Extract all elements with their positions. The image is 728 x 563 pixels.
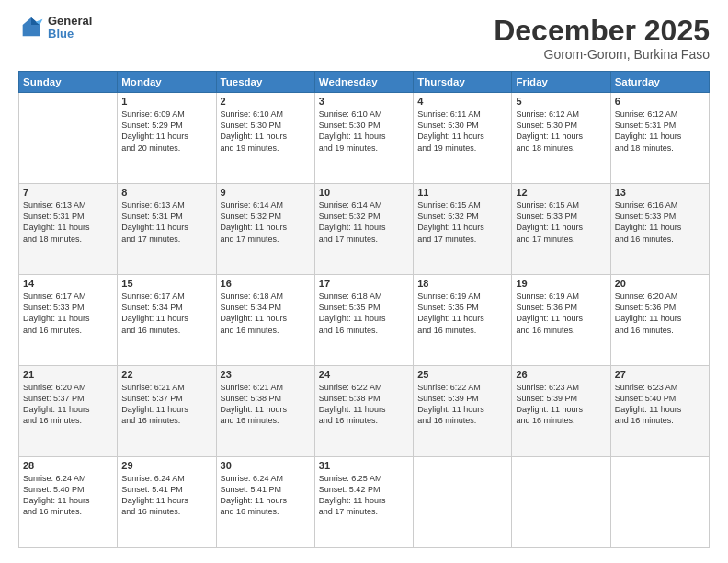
day-info: Sunrise: 6:16 AMSunset: 5:33 PMDaylight:… [615,200,705,245]
calendar-cell: 14Sunrise: 6:17 AMSunset: 5:33 PMDayligh… [19,275,118,366]
calendar-cell: 3Sunrise: 6:10 AMSunset: 5:30 PMDaylight… [314,93,413,184]
day-info: Sunrise: 6:11 AMSunset: 5:30 PMDaylight:… [417,109,507,154]
logo: General Blue [18,15,92,41]
logo-text: General Blue [48,15,92,41]
day-number: 6 [615,96,705,107]
col-saturday: Saturday [610,72,709,93]
calendar-header-row: Sunday Monday Tuesday Wednesday Thursday… [19,72,710,93]
calendar-cell: 10Sunrise: 6:14 AMSunset: 5:32 PMDayligh… [314,184,413,275]
day-number: 22 [121,369,211,380]
calendar-cell: 17Sunrise: 6:18 AMSunset: 5:35 PMDayligh… [314,275,413,366]
day-number: 12 [516,187,606,198]
day-info: Sunrise: 6:10 AMSunset: 5:30 PMDaylight:… [221,109,311,154]
calendar-cell: 27Sunrise: 6:23 AMSunset: 5:40 PMDayligh… [610,366,709,457]
day-info: Sunrise: 6:19 AMSunset: 5:35 PMDaylight:… [417,291,507,336]
location-subtitle: Gorom-Gorom, Burkina Faso [494,47,710,62]
logo-general: General [48,15,92,28]
col-wednesday: Wednesday [314,72,413,93]
day-info: Sunrise: 6:21 AMSunset: 5:37 PMDaylight:… [121,382,211,427]
calendar-cell [512,457,610,548]
day-info: Sunrise: 6:22 AMSunset: 5:38 PMDaylight:… [319,382,409,427]
day-info: Sunrise: 6:17 AMSunset: 5:34 PMDaylight:… [121,291,211,336]
day-number: 13 [615,187,705,198]
day-info: Sunrise: 6:12 AMSunset: 5:30 PMDaylight:… [516,109,606,154]
calendar-cell: 21Sunrise: 6:20 AMSunset: 5:37 PMDayligh… [19,366,118,457]
day-number: 14 [23,278,113,289]
day-info: Sunrise: 6:24 AMSunset: 5:41 PMDaylight:… [121,473,211,518]
calendar-cell: 2Sunrise: 6:10 AMSunset: 5:30 PMDaylight… [216,93,314,184]
day-info: Sunrise: 6:15 AMSunset: 5:32 PMDaylight:… [417,200,507,245]
calendar-week-2: 7Sunrise: 6:13 AMSunset: 5:31 PMDaylight… [19,184,710,275]
calendar-week-1: 1Sunrise: 6:09 AMSunset: 5:29 PMDaylight… [19,93,710,184]
calendar-cell: 18Sunrise: 6:19 AMSunset: 5:35 PMDayligh… [414,275,512,366]
col-friday: Friday [512,72,610,93]
calendar-week-5: 28Sunrise: 6:24 AMSunset: 5:40 PMDayligh… [19,457,710,548]
calendar-cell: 1Sunrise: 6:09 AMSunset: 5:29 PMDaylight… [118,93,216,184]
day-number: 27 [615,369,705,380]
day-number: 21 [23,369,113,380]
day-number: 29 [121,460,211,471]
day-number: 26 [516,369,606,380]
day-number: 16 [221,278,311,289]
day-info: Sunrise: 6:15 AMSunset: 5:33 PMDaylight:… [516,200,606,245]
calendar-cell: 19Sunrise: 6:19 AMSunset: 5:36 PMDayligh… [512,275,610,366]
calendar-cell: 31Sunrise: 6:25 AMSunset: 5:42 PMDayligh… [314,457,413,548]
day-info: Sunrise: 6:18 AMSunset: 5:34 PMDaylight:… [221,291,311,336]
calendar-cell [414,457,512,548]
logo-blue: Blue [48,28,92,40]
day-info: Sunrise: 6:13 AMSunset: 5:31 PMDaylight:… [121,200,211,245]
day-info: Sunrise: 6:09 AMSunset: 5:29 PMDaylight:… [121,109,211,154]
calendar-cell: 12Sunrise: 6:15 AMSunset: 5:33 PMDayligh… [512,184,610,275]
calendar-cell: 6Sunrise: 6:12 AMSunset: 5:31 PMDaylight… [610,93,709,184]
calendar-cell: 29Sunrise: 6:24 AMSunset: 5:41 PMDayligh… [118,457,216,548]
day-number: 24 [319,369,409,380]
calendar-cell: 5Sunrise: 6:12 AMSunset: 5:30 PMDaylight… [512,93,610,184]
col-sunday: Sunday [19,72,118,93]
day-number: 4 [417,96,507,107]
day-number: 5 [516,96,606,107]
calendar-cell: 4Sunrise: 6:11 AMSunset: 5:30 PMDaylight… [414,93,512,184]
day-number: 8 [121,187,211,198]
calendar-cell: 15Sunrise: 6:17 AMSunset: 5:34 PMDayligh… [118,275,216,366]
day-number: 20 [615,278,705,289]
calendar-cell: 11Sunrise: 6:15 AMSunset: 5:32 PMDayligh… [414,184,512,275]
calendar-week-4: 21Sunrise: 6:20 AMSunset: 5:37 PMDayligh… [19,366,710,457]
logo-icon [18,15,44,40]
calendar-cell [610,457,709,548]
day-info: Sunrise: 6:20 AMSunset: 5:37 PMDaylight:… [23,382,113,427]
day-info: Sunrise: 6:23 AMSunset: 5:39 PMDaylight:… [516,382,606,427]
day-info: Sunrise: 6:23 AMSunset: 5:40 PMDaylight:… [615,382,705,427]
day-number: 28 [23,460,113,471]
day-info: Sunrise: 6:14 AMSunset: 5:32 PMDaylight:… [319,200,409,245]
header: General Blue December 2025 Gorom-Gorom, … [18,15,710,62]
calendar-cell: 13Sunrise: 6:16 AMSunset: 5:33 PMDayligh… [610,184,709,275]
day-number: 23 [221,369,311,380]
calendar-table: Sunday Monday Tuesday Wednesday Thursday… [18,71,710,548]
day-info: Sunrise: 6:24 AMSunset: 5:41 PMDaylight:… [221,473,311,518]
calendar-cell: 25Sunrise: 6:22 AMSunset: 5:39 PMDayligh… [414,366,512,457]
day-info: Sunrise: 6:14 AMSunset: 5:32 PMDaylight:… [221,200,311,245]
title-block: December 2025 Gorom-Gorom, Burkina Faso [494,15,710,62]
page: General Blue December 2025 Gorom-Gorom, … [0,0,728,563]
day-info: Sunrise: 6:18 AMSunset: 5:35 PMDaylight:… [319,291,409,336]
calendar-cell: 30Sunrise: 6:24 AMSunset: 5:41 PMDayligh… [216,457,314,548]
calendar-cell: 7Sunrise: 6:13 AMSunset: 5:31 PMDaylight… [19,184,118,275]
day-info: Sunrise: 6:22 AMSunset: 5:39 PMDaylight:… [417,382,507,427]
day-info: Sunrise: 6:25 AMSunset: 5:42 PMDaylight:… [319,473,409,518]
calendar-cell: 24Sunrise: 6:22 AMSunset: 5:38 PMDayligh… [314,366,413,457]
day-number: 2 [221,96,311,107]
day-info: Sunrise: 6:21 AMSunset: 5:38 PMDaylight:… [221,382,311,427]
calendar-cell: 28Sunrise: 6:24 AMSunset: 5:40 PMDayligh… [19,457,118,548]
day-number: 17 [319,278,409,289]
day-info: Sunrise: 6:19 AMSunset: 5:36 PMDaylight:… [516,291,606,336]
col-tuesday: Tuesday [216,72,314,93]
day-number: 7 [23,187,113,198]
day-number: 11 [417,187,507,198]
calendar-cell: 8Sunrise: 6:13 AMSunset: 5:31 PMDaylight… [118,184,216,275]
day-number: 18 [417,278,507,289]
day-info: Sunrise: 6:17 AMSunset: 5:33 PMDaylight:… [23,291,113,336]
day-info: Sunrise: 6:20 AMSunset: 5:36 PMDaylight:… [615,291,705,336]
day-number: 15 [121,278,211,289]
calendar-cell [19,93,118,184]
day-info: Sunrise: 6:13 AMSunset: 5:31 PMDaylight:… [23,200,113,245]
